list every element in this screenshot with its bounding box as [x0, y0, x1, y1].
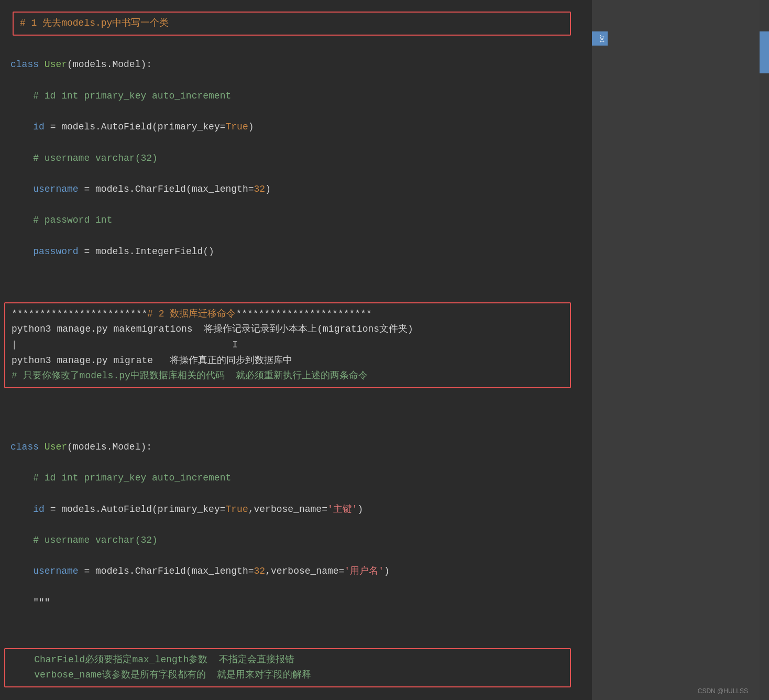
note-line2: verbose_name该参数是所有字段都有的 就是用来对字段的解释 — [12, 668, 564, 683]
code-line: | I — [12, 337, 564, 353]
code-line: id = models.AutoField(primary_key=True,v… — [10, 502, 581, 518]
section3-code: class User(models.Model): # id int prima… — [0, 421, 592, 645]
code-line: # id int primary_key auto_increment — [10, 471, 581, 486]
code-line: # username varchar(32) — [10, 533, 581, 549]
code-line: # 只要你修改了models.py中跟数据库相关的代码 就必须重新执行上述的两条… — [12, 368, 564, 384]
note-line1: CharField必须要指定max_length参数 不指定会直接报错 — [12, 652, 564, 668]
watermark: CSDN @HULLSS — [698, 687, 748, 695]
code-area: # 1 先去models.py中书写一个类 class User(models.… — [0, 0, 592, 700]
code-line: # id int primary_key auto_increment — [10, 89, 581, 104]
code-line: """ — [10, 595, 581, 611]
scrollbar-thumb[interactable] — [760, 31, 769, 73]
section1-header-box: # 1 先去models.py中书写一个类 — [13, 12, 571, 36]
section1-header-text: # 1 先去models.py中书写一个类 — [20, 16, 564, 31]
code-line: class User(models.Model): — [10, 440, 581, 455]
code-line: # username varchar(32) — [10, 151, 581, 167]
code-line: # password int — [10, 213, 581, 228]
scrollbar-track[interactable] — [760, 0, 769, 700]
code-line: ************************# 2 数据库迁移命令*****… — [12, 307, 564, 322]
code-line: username = models.CharField(max_length=3… — [10, 564, 581, 579]
section2-box: ************************# 2 数据库迁移命令*****… — [4, 302, 571, 388]
code-line: class User(models.Model): — [10, 57, 581, 73]
side-tab[interactable]: .txt — [592, 31, 608, 46]
scrollbar-area: .txt — [592, 0, 769, 700]
code-line: id = models.AutoField(primary_key=True) — [10, 119, 581, 135]
section3-end: """ # password int password = models.Int… — [0, 691, 592, 700]
code-line: password = models.IntegerField() — [10, 244, 581, 260]
code-line: python3 manage.py migrate 将操作真正的同步到数据库中 — [12, 353, 564, 369]
code-line: python3 manage.py makemigrations 将操作记录记录… — [12, 322, 564, 337]
section1-code: class User(models.Model): # id int prima… — [0, 39, 592, 294]
code-line: username = models.CharField(max_length=3… — [10, 182, 581, 198]
section3-note-box: CharField必须要指定max_length参数 不指定会直接报错 verb… — [4, 648, 571, 687]
